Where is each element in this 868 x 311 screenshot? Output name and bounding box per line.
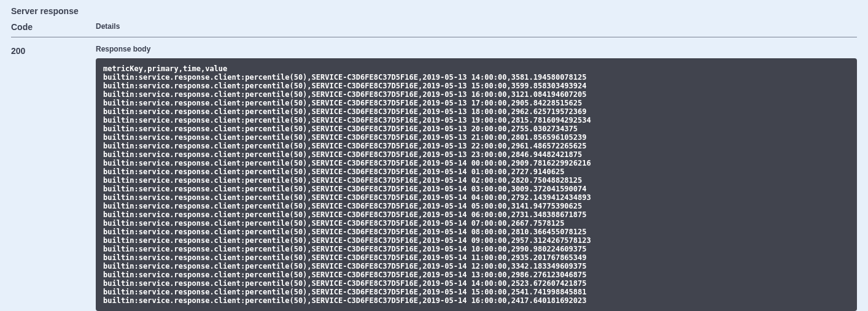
response-body-label: Response body bbox=[96, 45, 857, 53]
section-title: Server response bbox=[11, 6, 857, 22]
table-row: 200 Response body metricKey,primary,time… bbox=[11, 45, 857, 311]
status-code: 200 bbox=[11, 45, 96, 311]
column-header-code: Code bbox=[11, 22, 96, 32]
column-header-details: Details bbox=[96, 22, 120, 32]
table-header: Code Details bbox=[11, 22, 857, 37]
details-cell: Response body metricKey,primary,time,val… bbox=[96, 45, 857, 311]
response-body-block[interactable]: metricKey,primary,time,value builtin:ser… bbox=[96, 58, 857, 311]
